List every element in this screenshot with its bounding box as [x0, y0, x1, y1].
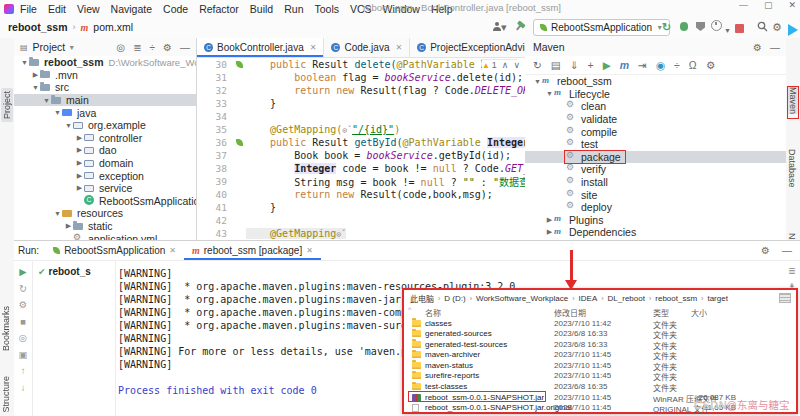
panel-settings-gear-icon[interactable]: ⚙: [163, 42, 172, 53]
file-row[interactable]: surefire-reports2023/7/10 11:45文件夹: [404, 371, 796, 382]
prev-warning-icon[interactable]: ∧: [502, 60, 509, 70]
run-icon[interactable]: ▶: [603, 59, 611, 71]
close-tab-icon[interactable]: ✕: [310, 43, 317, 52]
chevron-down-icon[interactable]: ▼: [68, 44, 75, 51]
close-tab-icon[interactable]: ✕: [395, 43, 402, 52]
offline-icon[interactable]: ◉: [656, 59, 665, 71]
path-segment[interactable]: target: [707, 294, 727, 303]
file-row[interactable]: maven-archiver2023/7/10 11:45文件夹: [404, 350, 796, 361]
tool-tab-database[interactable]: Database: [787, 149, 797, 192]
tree-item-domain[interactable]: ▶domain: [14, 157, 196, 170]
code-area[interactable]: 30 public Result delete(@PathVariable In…: [197, 58, 526, 240]
tree-item-compile[interactable]: compile: [525, 125, 786, 138]
panel-settings-gear-icon[interactable]: ⚙: [761, 245, 770, 256]
panel-settings-gear-icon[interactable]: ⚙: [753, 42, 762, 53]
spring-mapping-gutter-icon[interactable]: [232, 59, 246, 70]
settings-icon[interactable]: ⚙: [706, 59, 715, 71]
chevron-right-icon[interactable]: ▶: [75, 134, 84, 142]
chevron-right-icon[interactable]: ▶: [31, 71, 40, 79]
editor[interactable]: CBookController.java✕CCode.java✕CProject…: [196, 38, 527, 240]
path-segment[interactable]: reboot_ssm: [655, 294, 697, 303]
tree-item-deploy[interactable]: deploy: [525, 201, 786, 214]
chevron-right-icon[interactable]: ▶: [75, 184, 84, 192]
hide-panel-icon[interactable]: —: [180, 42, 190, 53]
build-hammer-icon[interactable]: [515, 20, 525, 34]
skip-tests-icon[interactable]: ⇥: [638, 59, 647, 71]
menu-item-navigate[interactable]: Navigate: [111, 3, 152, 15]
chevron-right-icon[interactable]: ▶: [75, 146, 84, 154]
tree-item-dao[interactable]: ▶dao: [14, 144, 196, 157]
tree-item-dependencies[interactable]: ▶Dependencies: [525, 226, 786, 239]
tree-item-controller[interactable]: ▶controller: [14, 132, 196, 145]
tree-item-main[interactable]: ▼main: [14, 94, 196, 107]
tree-item-org-example[interactable]: ▼org.example: [14, 119, 196, 132]
chevron-down-icon[interactable]: ▼: [31, 84, 40, 91]
profiler-button[interactable]: [711, 20, 722, 34]
next-warning-icon[interactable]: ∨: [513, 60, 520, 70]
target-icon[interactable]: ◎: [19, 332, 27, 343]
tree-item-plugins[interactable]: ▶Plugins: [525, 214, 786, 227]
debug-button[interactable]: [680, 20, 688, 34]
path-segment[interactable]: IDEA: [579, 294, 598, 303]
chevron-right-icon[interactable]: ▶: [64, 222, 73, 230]
column-header-2[interactable]: 类型: [653, 307, 669, 318]
path-segment[interactable]: WorkSoftware_Workplace: [476, 294, 568, 303]
menu-item-build[interactable]: Build: [250, 3, 273, 15]
tree-item-application-yml[interactable]: application.yml: [14, 232, 196, 240]
tool-tab-bookmarks[interactable]: Bookmarks: [1, 306, 11, 351]
chevron-down-icon[interactable]: ▼: [42, 97, 51, 104]
file-row[interactable]: generated-test-sources2023/6/8 16:33文件夹: [404, 339, 796, 350]
tree-item-validate[interactable]: validate: [525, 113, 786, 126]
coverage-button[interactable]: [696, 20, 705, 34]
file-row[interactable]: generated-sources2023/6/8 16:33文件夹: [404, 329, 796, 340]
tree-item-test[interactable]: test: [525, 138, 786, 151]
search-icon[interactable]: Ω: [689, 59, 697, 71]
expand-all-icon[interactable]: ≣: [133, 42, 141, 53]
minimize-button[interactable]: —: [739, 0, 748, 10]
file-row[interactable]: test-classes2023/6/8 16:35文件夹: [404, 382, 796, 393]
path-segment[interactable]: DL_reboot: [608, 294, 645, 303]
menu-item-code[interactable]: Code: [163, 3, 188, 15]
tree-item-site[interactable]: site: [525, 188, 786, 201]
maven-icon[interactable]: m: [620, 59, 629, 71]
search-icon[interactable]: [757, 21, 768, 32]
column-header-3[interactable]: 大小: [691, 307, 707, 318]
refresh-icon[interactable]: ↻: [19, 283, 27, 294]
tool-tab-maven[interactable]: Maven: [787, 86, 799, 119]
tree-item-install[interactable]: install: [525, 176, 786, 189]
path-segment[interactable]: 此电脑: [410, 293, 434, 304]
collapse-icon[interactable]: ÷: [674, 59, 680, 71]
editor-tab-code-java[interactable]: CCode.java✕: [324, 38, 410, 57]
execute-goal-icon[interactable]: ▤: [551, 59, 561, 71]
close-tab-icon[interactable]: ✕: [306, 246, 313, 255]
soft-wrap-icon[interactable]: ≣: [788, 265, 796, 276]
tree-item-rebootssmapplication[interactable]: RebootSsmApplication: [14, 195, 196, 208]
spring-mapping-gutter-icon[interactable]: [232, 137, 246, 148]
breadcrumb-file[interactable]: pom.xml: [93, 21, 133, 33]
run-tab-reboot-ssm-package-[interactable]: mreboot_ssm [package]✕: [184, 241, 321, 260]
chevron-down-icon[interactable]: ▼: [64, 122, 73, 129]
chevron-down-icon[interactable]: ▼: [20, 59, 29, 66]
chevron-down-icon[interactable]: ▼: [533, 78, 542, 85]
tree-item-package[interactable]: package: [525, 151, 786, 164]
view-grid-icon[interactable]: [779, 293, 791, 303]
menu-item-view[interactable]: View: [77, 3, 100, 15]
project-panel-title[interactable]: Project: [33, 41, 66, 53]
menu-item-tools[interactable]: Tools: [314, 3, 339, 15]
tree-item-reboot-ssm[interactable]: ▼reboot_ssmD:\WorkSoftware_Workplace\IDE…: [14, 56, 196, 69]
editor-tab-bookcontroller-java[interactable]: CBookController.java✕: [197, 38, 324, 57]
chevron-right-icon[interactable]: ▶: [75, 172, 84, 180]
add-icon[interactable]: +: [588, 59, 594, 71]
chevron-right-icon[interactable]: ▶: [545, 216, 554, 224]
chevron-down-icon[interactable]: ▼: [545, 90, 554, 97]
tool-tab-structure[interactable]: Structure: [1, 376, 11, 413]
stop-icon[interactable]: ■: [20, 316, 26, 327]
refresh-icon[interactable]: ↻: [533, 59, 542, 71]
path-segment[interactable]: D (D:): [444, 294, 465, 303]
run-button[interactable]: ↻: [662, 20, 671, 34]
close-tab-icon[interactable]: ✕: [169, 246, 176, 255]
snapshot-icon[interactable]: ▣: [19, 349, 28, 360]
chevron-right-icon[interactable]: ▶: [75, 159, 84, 167]
tree-item-clean[interactable]: clean: [525, 100, 786, 113]
settings-wrench-icon[interactable]: ⚙: [19, 299, 28, 310]
